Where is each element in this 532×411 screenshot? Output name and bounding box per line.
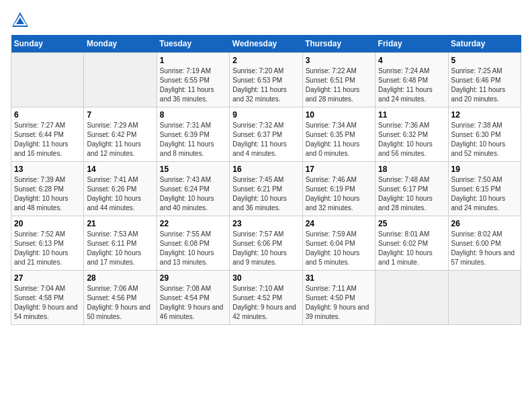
day-cell: 16Sunrise: 7:45 AM Sunset: 6:21 PM Dayli… [230,162,302,216]
day-detail: Sunrise: 7:20 AM Sunset: 6:53 PM Dayligh… [232,66,299,104]
calendar-table: SundayMondayTuesdayWednesdayThursdayFrid… [11,35,521,325]
day-cell: 6Sunrise: 7:27 AM Sunset: 6:44 PM Daylig… [11,107,84,162]
day-cell [84,53,157,107]
logo-icon [11,11,30,30]
day-number: 25 [378,219,445,228]
day-number: 13 [14,165,81,174]
day-cell: 19Sunrise: 7:50 AM Sunset: 6:15 PM Dayli… [448,162,521,216]
day-number: 30 [232,273,299,283]
day-number: 9 [232,110,299,120]
day-detail: Sunrise: 7:04 AM Sunset: 4:58 PM Dayligh… [14,284,81,322]
header-cell-tuesday: Tuesday [157,35,229,53]
day-number: 12 [451,110,518,120]
day-detail: Sunrise: 7:19 AM Sunset: 6:55 PM Dayligh… [160,66,226,104]
day-detail: Sunrise: 7:24 AM Sunset: 6:48 PM Dayligh… [378,66,445,104]
day-cell: 18Sunrise: 7:48 AM Sunset: 6:17 PM Dayli… [375,162,448,216]
day-cell: 26Sunrise: 8:02 AM Sunset: 6:00 PM Dayli… [448,216,521,271]
logo [11,11,32,30]
day-cell: 21Sunrise: 7:53 AM Sunset: 6:11 PM Dayli… [84,216,157,271]
week-row-5: 27Sunrise: 7:04 AM Sunset: 4:58 PM Dayli… [11,271,521,325]
day-number: 5 [451,56,518,65]
day-cell: 5Sunrise: 7:25 AM Sunset: 6:46 PM Daylig… [448,53,521,107]
day-number: 22 [160,219,226,228]
day-cell: 13Sunrise: 7:39 AM Sunset: 6:28 PM Dayli… [11,162,84,216]
header [11,11,521,30]
day-number: 8 [160,110,226,120]
day-number: 10 [306,110,372,120]
day-cell: 24Sunrise: 7:59 AM Sunset: 6:04 PM Dayli… [302,216,375,271]
day-number: 27 [14,273,81,283]
day-number: 4 [378,56,445,65]
day-detail: Sunrise: 7:11 AM Sunset: 4:50 PM Dayligh… [306,284,372,322]
header-cell-saturday: Saturday [448,35,521,53]
header-cell-wednesday: Wednesday [230,35,302,53]
day-detail: Sunrise: 7:34 AM Sunset: 6:35 PM Dayligh… [306,121,372,158]
day-number: 15 [160,165,226,174]
day-cell: 30Sunrise: 7:10 AM Sunset: 4:52 PM Dayli… [230,271,302,325]
day-detail: Sunrise: 7:38 AM Sunset: 6:30 PM Dayligh… [451,121,518,158]
calendar-header: SundayMondayTuesdayWednesdayThursdayFrid… [11,35,521,53]
day-cell: 8Sunrise: 7:31 AM Sunset: 6:39 PM Daylig… [157,107,229,162]
day-cell: 7Sunrise: 7:29 AM Sunset: 6:42 PM Daylig… [84,107,157,162]
day-number: 24 [306,219,372,228]
week-row-4: 20Sunrise: 7:52 AM Sunset: 6:13 PM Dayli… [11,216,521,271]
day-detail: Sunrise: 8:01 AM Sunset: 6:02 PM Dayligh… [378,230,445,267]
day-number: 14 [87,165,153,174]
day-detail: Sunrise: 7:08 AM Sunset: 4:54 PM Dayligh… [160,284,226,322]
day-detail: Sunrise: 7:59 AM Sunset: 6:04 PM Dayligh… [306,230,372,267]
day-detail: Sunrise: 7:50 AM Sunset: 6:15 PM Dayligh… [451,175,518,213]
day-number: 16 [232,165,299,174]
day-detail: Sunrise: 7:41 AM Sunset: 6:26 PM Dayligh… [87,175,153,213]
day-cell: 20Sunrise: 7:52 AM Sunset: 6:13 PM Dayli… [11,216,84,271]
header-row: SundayMondayTuesdayWednesdayThursdayFrid… [11,35,521,53]
day-number: 28 [87,273,153,283]
day-cell: 11Sunrise: 7:36 AM Sunset: 6:32 PM Dayli… [375,107,448,162]
day-detail: Sunrise: 7:22 AM Sunset: 6:51 PM Dayligh… [306,66,372,104]
day-detail: Sunrise: 7:43 AM Sunset: 6:24 PM Dayligh… [160,175,226,213]
day-cell: 3Sunrise: 7:22 AM Sunset: 6:51 PM Daylig… [302,53,375,107]
day-detail: Sunrise: 7:57 AM Sunset: 6:06 PM Dayligh… [232,230,299,267]
day-number: 20 [14,219,81,228]
day-detail: Sunrise: 7:53 AM Sunset: 6:11 PM Dayligh… [87,230,153,267]
day-detail: Sunrise: 7:36 AM Sunset: 6:32 PM Dayligh… [378,121,445,158]
day-detail: Sunrise: 7:06 AM Sunset: 4:56 PM Dayligh… [87,284,153,322]
day-cell [11,53,84,107]
day-number: 2 [232,56,299,65]
day-cell: 9Sunrise: 7:32 AM Sunset: 6:37 PM Daylig… [230,107,302,162]
day-cell: 31Sunrise: 7:11 AM Sunset: 4:50 PM Dayli… [302,271,375,325]
day-number: 31 [306,273,372,283]
day-cell: 27Sunrise: 7:04 AM Sunset: 4:58 PM Dayli… [11,271,84,325]
day-cell: 17Sunrise: 7:46 AM Sunset: 6:19 PM Dayli… [302,162,375,216]
day-number: 1 [160,56,226,65]
day-cell: 25Sunrise: 8:01 AM Sunset: 6:02 PM Dayli… [375,216,448,271]
day-detail: Sunrise: 7:32 AM Sunset: 6:37 PM Dayligh… [232,121,299,158]
day-detail: Sunrise: 7:10 AM Sunset: 4:52 PM Dayligh… [232,284,299,322]
day-number: 26 [451,219,518,228]
day-number: 23 [232,219,299,228]
day-cell [375,271,448,325]
day-number: 3 [306,56,372,65]
day-detail: Sunrise: 7:27 AM Sunset: 6:44 PM Dayligh… [14,121,81,158]
day-number: 18 [378,165,445,174]
day-detail: Sunrise: 7:31 AM Sunset: 6:39 PM Dayligh… [160,121,226,158]
header-cell-monday: Monday [84,35,157,53]
day-number: 29 [160,273,226,283]
day-cell: 29Sunrise: 7:08 AM Sunset: 4:54 PM Dayli… [157,271,229,325]
day-cell: 4Sunrise: 7:24 AM Sunset: 6:48 PM Daylig… [375,53,448,107]
calendar-body: 1Sunrise: 7:19 AM Sunset: 6:55 PM Daylig… [11,53,521,325]
day-cell: 14Sunrise: 7:41 AM Sunset: 6:26 PM Dayli… [84,162,157,216]
day-cell: 15Sunrise: 7:43 AM Sunset: 6:24 PM Dayli… [157,162,229,216]
day-number: 7 [87,110,153,120]
day-detail: Sunrise: 7:45 AM Sunset: 6:21 PM Dayligh… [232,175,299,213]
day-detail: Sunrise: 8:02 AM Sunset: 6:00 PM Dayligh… [451,230,518,267]
day-number: 11 [378,110,445,120]
day-detail: Sunrise: 7:29 AM Sunset: 6:42 PM Dayligh… [87,121,153,158]
header-cell-friday: Friday [375,35,448,53]
day-detail: Sunrise: 7:46 AM Sunset: 6:19 PM Dayligh… [306,175,372,213]
day-cell: 1Sunrise: 7:19 AM Sunset: 6:55 PM Daylig… [157,53,229,107]
day-number: 17 [306,165,372,174]
day-cell [448,271,521,325]
day-detail: Sunrise: 7:52 AM Sunset: 6:13 PM Dayligh… [14,230,81,267]
day-cell: 12Sunrise: 7:38 AM Sunset: 6:30 PM Dayli… [448,107,521,162]
week-row-1: 1Sunrise: 7:19 AM Sunset: 6:55 PM Daylig… [11,53,521,107]
